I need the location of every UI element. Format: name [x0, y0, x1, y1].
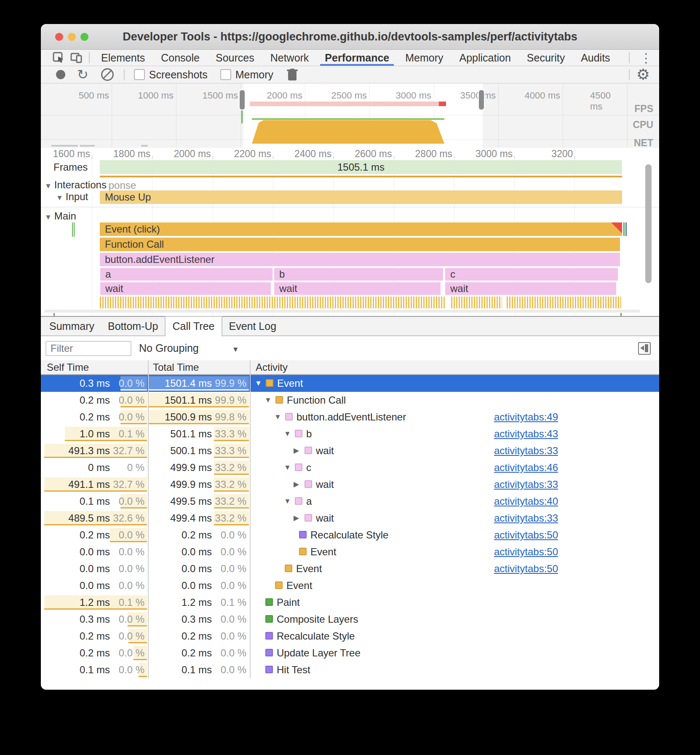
table-row[interactable]: 0.2 ms0.0 %0.2 ms0.0 %Update Layer Tree: [41, 645, 659, 661]
tab-sources[interactable]: Sources: [208, 50, 262, 66]
flame-bar-a[interactable]: a: [100, 268, 273, 281]
table-row[interactable]: 0.0 ms0.0 %0.0 ms0.0 %Event: [41, 577, 659, 594]
screenshots-checkbox[interactable]: [134, 69, 145, 80]
activity-label[interactable]: b: [306, 426, 312, 442]
activity-label[interactable]: Event: [296, 560, 322, 577]
table-row[interactable]: 0.1 ms0.0 %499.5 ms33.2 %▼aactivitytabs:…: [41, 493, 659, 510]
activity-label[interactable]: Hit Test: [277, 661, 310, 678]
garbage-collect-icon[interactable]: [287, 69, 298, 80]
activity-label[interactable]: Composite Layers: [277, 611, 358, 628]
table-row[interactable]: 1.2 ms0.1 %1.2 ms0.1 %Paint: [41, 594, 659, 611]
tree-expanded-icon[interactable]: ▼: [255, 375, 262, 392]
column-divider[interactable]: [148, 360, 149, 678]
settings-gear-icon[interactable]: ⚙: [636, 66, 650, 83]
flame-bar-wait-2[interactable]: wait: [274, 282, 441, 295]
tree-expanded-icon[interactable]: ▼: [265, 392, 272, 409]
show-sidebar-icon[interactable]: [638, 342, 651, 355]
selection-right-handle[interactable]: [478, 89, 485, 110]
activity-label[interactable]: Event: [286, 577, 312, 594]
flame-bar-b[interactable]: b: [274, 268, 443, 281]
table-row[interactable]: 0.0 ms0.0 %0.0 ms0.0 %Eventactivitytabs:…: [41, 543, 659, 560]
tab-event-log[interactable]: Event Log: [222, 317, 283, 335]
vertical-scrollbar[interactable]: [645, 164, 652, 283]
activity-label[interactable]: wait: [316, 442, 334, 459]
source-link[interactable]: activitytabs:43: [494, 426, 558, 442]
source-link[interactable]: activitytabs:50: [494, 527, 558, 543]
activity-label[interactable]: Recalculate Style: [310, 527, 388, 543]
flame-bar-addeventlistener[interactable]: button.addEventListener: [100, 253, 620, 266]
column-header-total-time[interactable]: Total Time: [153, 360, 199, 375]
timeline-tracks[interactable]: Frames 1505.1 ms Response ▼Interactions …: [41, 159, 659, 316]
table-row[interactable]: 0.3 ms0.0 %1501.4 ms99.9 %▼Event: [41, 375, 659, 392]
tab-security[interactable]: Security: [519, 50, 573, 66]
filter-input[interactable]: [45, 341, 131, 356]
source-link[interactable]: activitytabs:33: [494, 476, 558, 493]
source-link[interactable]: activitytabs:33: [494, 510, 558, 527]
tab-elements[interactable]: Elements: [93, 50, 153, 66]
inspect-element-icon[interactable]: [53, 52, 64, 64]
memory-label[interactable]: Memory: [235, 69, 273, 81]
tree-expanded-icon[interactable]: ▼: [284, 459, 291, 476]
clear-icon[interactable]: [101, 68, 114, 81]
tab-performance[interactable]: Performance: [317, 50, 397, 66]
activity-label[interactable]: a: [306, 493, 312, 510]
activity-label[interactable]: Update Layer Tree: [277, 645, 361, 661]
collapse-triangle-icon[interactable]: ▼: [56, 194, 63, 202]
activity-label[interactable]: button.addEventListener: [297, 409, 406, 426]
interactions-track-label[interactable]: ▼Interactions: [45, 179, 108, 191]
activity-label[interactable]: Function Call: [287, 392, 346, 409]
flame-bar-wait-1[interactable]: wait: [100, 282, 271, 295]
timeline-overview[interactable]: 500 ms1000 ms1500 ms2000 ms2500 ms3000 m…: [41, 83, 659, 148]
mouse-up-bar[interactable]: Mouse Up: [100, 190, 622, 204]
table-row[interactable]: 0.2 ms0.0 %0.2 ms0.0 %Recalculate Stylea…: [41, 527, 659, 543]
table-row[interactable]: 491.1 ms32.7 %499.9 ms33.2 %▶waitactivit…: [41, 476, 659, 493]
source-link[interactable]: activitytabs:40: [494, 493, 558, 510]
reload-and-profile-icon[interactable]: ↻: [77, 67, 88, 82]
table-row[interactable]: 0.2 ms0.0 %1501.1 ms99.9 %▼Function Call: [41, 392, 659, 409]
activity-label[interactable]: Event: [310, 543, 336, 560]
tree-expanded-icon[interactable]: ▼: [274, 409, 281, 426]
table-row[interactable]: 0.0 ms0.0 %0.0 ms0.0 %Eventactivitytabs:…: [41, 560, 659, 577]
grouping-dropdown[interactable]: No Grouping ▼: [139, 336, 239, 360]
activity-label[interactable]: Recalculate Style: [277, 628, 355, 645]
tree-collapsed-icon[interactable]: ▶: [294, 476, 299, 493]
table-row[interactable]: 0.3 ms0.0 %0.3 ms0.0 %Composite Layers: [41, 611, 659, 628]
screenshots-label[interactable]: Screenshots: [149, 69, 208, 81]
source-link[interactable]: activitytabs:50: [494, 543, 558, 560]
tab-audits[interactable]: Audits: [573, 50, 618, 66]
record-icon[interactable]: [56, 70, 65, 79]
table-row[interactable]: 1.0 ms0.1 %501.1 ms33.3 %▼bactivitytabs:…: [41, 426, 659, 442]
tab-bottom-up[interactable]: Bottom-Up: [101, 317, 165, 335]
flame-bar-wait-3[interactable]: wait: [445, 282, 616, 295]
table-row[interactable]: 0.1 ms0.0 %0.1 ms0.0 %Hit Test: [41, 661, 659, 678]
source-link[interactable]: activitytabs:50: [494, 560, 558, 577]
source-link[interactable]: activitytabs:46: [494, 459, 558, 476]
collapse-triangle-icon[interactable]: ▼: [45, 182, 52, 190]
collapse-triangle-icon[interactable]: ▼: [45, 213, 52, 221]
tab-call-tree[interactable]: Call Tree: [165, 316, 222, 336]
activity-label[interactable]: wait: [316, 510, 334, 527]
horizontal-scrollbar[interactable]: [44, 310, 640, 313]
activity-label[interactable]: Event: [277, 375, 303, 392]
flame-bar-function-call[interactable]: Function Call: [100, 238, 620, 251]
tree-collapsed-icon[interactable]: ▶: [294, 510, 299, 527]
table-row[interactable]: 489.5 ms32.6 %499.4 ms33.2 %▶waitactivit…: [41, 510, 659, 527]
tab-network[interactable]: Network: [262, 50, 317, 66]
selection-left-handle[interactable]: [239, 89, 246, 110]
tab-summary[interactable]: Summary: [43, 317, 101, 335]
tab-memory[interactable]: Memory: [397, 50, 451, 66]
column-header-activity[interactable]: Activity: [256, 360, 288, 375]
tab-console[interactable]: Console: [153, 50, 208, 66]
table-row[interactable]: 491.3 ms32.7 %500.1 ms33.3 %▶waitactivit…: [41, 442, 659, 459]
tree-collapsed-icon[interactable]: ▶: [294, 442, 299, 459]
device-toolbar-icon[interactable]: [70, 52, 83, 64]
tree-expanded-icon[interactable]: ▼: [284, 426, 291, 442]
source-link[interactable]: activitytabs:49: [494, 409, 558, 426]
tab-application[interactable]: Application: [452, 50, 519, 66]
more-options-icon[interactable]: ⋮: [633, 51, 659, 65]
table-row[interactable]: 0 ms0 %499.9 ms33.2 %▼cactivitytabs:46: [41, 459, 659, 476]
column-header-self-time[interactable]: Self Time: [47, 360, 89, 375]
tree-expanded-icon[interactable]: ▼: [284, 493, 291, 510]
main-track-label[interactable]: ▼Main: [45, 210, 78, 222]
table-row[interactable]: 0.2 ms0.0 %1500.9 ms99.8 %▼button.addEve…: [41, 409, 659, 426]
